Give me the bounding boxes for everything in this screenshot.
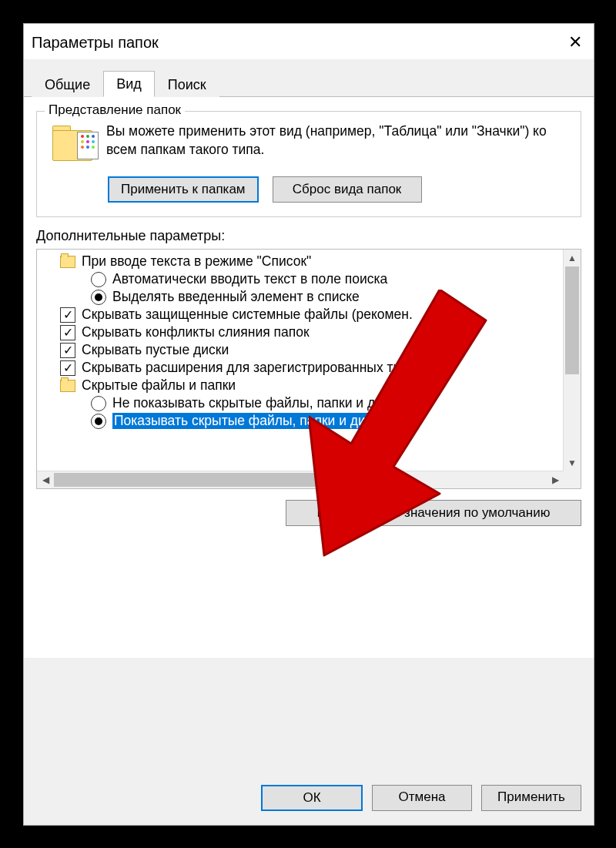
folder-icon <box>60 256 75 268</box>
vertical-scrollbar[interactable]: ▲ ▼ <box>563 250 581 471</box>
tree-item[interactable]: Скрытые файлы и папки <box>37 377 564 394</box>
tree-item-label: Скрытые файлы и папки <box>82 377 236 394</box>
horizontal-scrollbar[interactable]: ◀ ▶ <box>37 471 564 488</box>
tree-item-label: Скрывать конфликты слияния папок <box>82 324 310 340</box>
folder-views-description: Вы можете применить этот вид (например, … <box>106 122 570 159</box>
radio[interactable] <box>91 414 106 429</box>
tree-item-label: Скрывать расширения для зарегистрированн… <box>82 360 416 376</box>
folder-icon <box>60 380 75 392</box>
checkbox[interactable]: ✓ <box>60 307 75 323</box>
scroll-right-icon[interactable]: ▶ <box>547 471 564 488</box>
advanced-settings-label: Дополнительные параметры: <box>36 228 581 244</box>
checkbox[interactable]: ✓ <box>60 360 75 376</box>
tree-item-label: Не показывать скрытые файлы, папки и дис… <box>112 395 403 411</box>
titlebar: Параметры папок ✕ <box>24 24 594 59</box>
scroll-up-icon[interactable]: ▲ <box>564 250 581 266</box>
scroll-corner <box>564 471 581 488</box>
folder-options-dialog: Параметры папок ✕ Общие Вид Поиск Предст… <box>23 23 594 826</box>
close-button[interactable]: ✕ <box>560 31 591 54</box>
dialog-button-row: ОК Отмена Применить <box>261 785 581 811</box>
radio[interactable] <box>91 290 106 305</box>
scroll-down-icon[interactable]: ▼ <box>564 454 581 471</box>
radio[interactable] <box>91 396 106 411</box>
advanced-settings-tree[interactable]: При вводе текста в режиме "Список"Автома… <box>36 249 581 489</box>
restore-defaults-button[interactable]: Восстановить значения по умолчанию <box>286 500 581 526</box>
apply-button[interactable]: Применить <box>481 785 581 811</box>
tree-item[interactable]: Не показывать скрытые файлы, папки и дис… <box>37 394 564 412</box>
tree-item[interactable]: При вводе текста в режиме "Список" <box>37 253 564 270</box>
window-title: Параметры папок <box>32 34 159 52</box>
folder-views-groupbox: Представление папок Вы можете применить … <box>36 111 581 217</box>
tree-item[interactable]: Показывать скрытые файлы, папки и диски <box>37 412 564 430</box>
tree-item-label: При вводе текста в режиме "Список" <box>82 253 311 270</box>
tree-item-label: Выделять введенный элемент в списке <box>112 289 360 305</box>
scroll-left-icon[interactable]: ◀ <box>37 471 54 488</box>
tree-item-label: Скрывать пустые диски <box>82 342 229 358</box>
apply-to-folders-button[interactable]: Применить к папкам <box>108 176 259 203</box>
tree-item[interactable]: ✓Скрывать расширения для зарегистрирован… <box>37 359 564 377</box>
tab-strip: Общие Вид Поиск <box>24 59 594 97</box>
tree-item-label: Показывать скрытые файлы, папки и диски <box>112 413 387 429</box>
radio[interactable] <box>91 272 106 287</box>
tree-item[interactable]: ✓Скрывать защищенные системные файлы (ре… <box>37 306 564 323</box>
scroll-thumb-horizontal[interactable] <box>54 473 377 487</box>
folder-views-legend: Представление папок <box>45 102 185 118</box>
tree-item-label: Автоматически вводить текст в поле поиск… <box>112 271 387 287</box>
tab-view[interactable]: Вид <box>103 71 155 97</box>
scroll-thumb-vertical[interactable] <box>565 266 579 374</box>
folder-icon <box>52 126 95 164</box>
checkbox[interactable]: ✓ <box>60 325 75 340</box>
reset-folders-button[interactable]: Сброс вида папок <box>273 176 422 203</box>
tab-content: Представление папок Вы можете применить … <box>24 97 594 658</box>
checkbox[interactable]: ✓ <box>60 343 75 358</box>
close-icon: ✕ <box>568 32 582 52</box>
tab-general[interactable]: Общие <box>32 72 103 97</box>
tab-search[interactable]: Поиск <box>155 72 219 97</box>
ok-button[interactable]: ОК <box>261 785 363 811</box>
tree-item[interactable]: Автоматически вводить текст в поле поиск… <box>37 270 564 288</box>
cancel-button[interactable]: Отмена <box>372 785 472 811</box>
tree-item-label: Скрывать защищенные системные файлы (рек… <box>82 307 413 323</box>
tree-item[interactable]: ✓Скрывать пустые диски <box>37 341 564 359</box>
tree-item[interactable]: Выделять введенный элемент в списке <box>37 288 564 306</box>
tree-item[interactable]: ✓Скрывать конфликты слияния папок <box>37 323 564 341</box>
